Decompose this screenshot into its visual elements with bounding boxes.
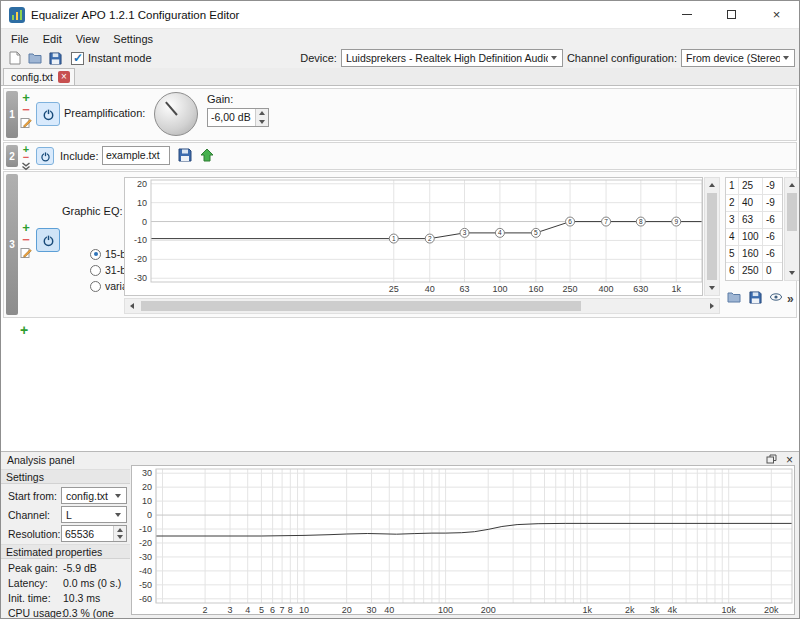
svg-text:7: 7 [604, 218, 608, 225]
property-row: Latency: 0.0 ms (0 s.) [1, 576, 130, 591]
checkbox-icon[interactable] [71, 52, 84, 65]
band-gain[interactable]: -6 [763, 229, 781, 245]
preamp-gain-knob[interactable] [154, 92, 198, 136]
radio-icon[interactable] [90, 281, 101, 292]
comment-edit-button[interactable] [20, 247, 32, 259]
tab-close-icon[interactable]: × [58, 71, 70, 83]
filter-handle[interactable]: 3 [6, 174, 18, 315]
menu-item[interactable]: Edit [36, 31, 69, 47]
radio-icon[interactable] [90, 265, 101, 276]
comment-edit-button[interactable] [20, 117, 32, 129]
svg-text:10: 10 [299, 605, 309, 615]
save-file-button[interactable] [45, 49, 65, 67]
device-combobox[interactable]: Luidsprekers - Realtek High Definition A… [341, 49, 563, 67]
eq-table-scrollbar[interactable] [784, 177, 800, 281]
minimize-icon [682, 14, 692, 15]
eq-band-row[interactable]: 2 40 -9 [726, 195, 782, 212]
start-from-combobox[interactable]: config.txt [61, 487, 127, 504]
gain-spinbox[interactable]: -6,00 dB [207, 108, 269, 127]
svg-text:40: 40 [425, 284, 435, 294]
maximize-button[interactable] [709, 1, 754, 28]
scrollbar-thumb[interactable] [141, 301, 581, 311]
estimated-properties-header: Estimated properties [1, 544, 130, 559]
scroll-up-button[interactable] [785, 178, 799, 192]
band-gain[interactable]: -9 [763, 195, 781, 211]
channel-combobox[interactable]: L [61, 506, 127, 523]
band-frequency[interactable]: 100 [739, 229, 763, 245]
open-folder-icon [727, 291, 741, 303]
band-gain[interactable]: -6 [763, 246, 781, 262]
channel-row: Channel: L [1, 506, 130, 523]
minimize-button[interactable] [664, 1, 709, 28]
close-button[interactable]: × [754, 1, 799, 28]
menu-item[interactable]: View [69, 31, 107, 47]
eq-chart-hscrollbar[interactable] [124, 298, 720, 314]
band-frequency[interactable]: 160 [739, 246, 763, 262]
tab-config-txt[interactable]: config.txt × [3, 68, 75, 85]
browse-file-button[interactable] [175, 145, 195, 165]
svg-text:9: 9 [674, 218, 678, 225]
scrollbar-thumb[interactable] [707, 193, 717, 280]
new-file-button[interactable] [5, 49, 25, 67]
preview-bands-button[interactable] [767, 288, 785, 306]
band-frequency[interactable]: 63 [739, 212, 763, 228]
spin-down-button[interactable] [256, 118, 268, 127]
instant-mode-checkbox[interactable]: Instant mode [71, 52, 152, 65]
toolbar-overflow-button[interactable]: » [787, 292, 794, 306]
scroll-down-button[interactable] [705, 281, 719, 295]
menu-item[interactable]: Settings [106, 31, 160, 47]
band-frequency[interactable]: 40 [739, 195, 763, 211]
band-gain[interactable]: 0 [763, 263, 781, 280]
scroll-up-button[interactable] [705, 178, 719, 192]
save-floppy-icon [178, 148, 192, 162]
remove-filter-button[interactable]: − [20, 104, 32, 116]
import-bands-button[interactable] [725, 288, 743, 306]
open-included-file-button[interactable] [197, 145, 217, 165]
scroll-left-button[interactable] [125, 299, 139, 313]
power-toggle-button[interactable] [36, 102, 60, 126]
scroll-right-button[interactable] [705, 299, 719, 313]
remove-filter-button[interactable]: − [20, 234, 32, 246]
svg-text:20k: 20k [764, 605, 779, 615]
svg-text:250: 250 [563, 284, 578, 294]
eq-chart-vscrollbar[interactable] [704, 177, 720, 296]
spin-down-button[interactable] [114, 534, 126, 542]
spin-up-button[interactable] [256, 109, 268, 118]
radio-icon[interactable] [90, 249, 101, 260]
band-gain[interactable]: -9 [763, 178, 781, 194]
power-toggle-button[interactable] [36, 228, 60, 252]
channel-config-combobox[interactable]: From device (Stereo) [681, 49, 795, 67]
svg-text:400: 400 [599, 284, 614, 294]
eq-band-row[interactable]: 5 160 -6 [726, 246, 782, 263]
gain-value[interactable]: -6,00 dB [208, 109, 255, 126]
eq-band-table[interactable]: 1 25 -9 2 40 -9 3 63 -6 [725, 177, 783, 281]
include-filename-input[interactable]: example.txt [102, 146, 170, 165]
open-file-button[interactable] [25, 49, 45, 67]
band-frequency[interactable]: 25 [739, 178, 763, 194]
resolution-spinbox[interactable]: 65536 [61, 525, 127, 542]
edit-note-icon [20, 247, 32, 259]
band-gain[interactable]: -6 [763, 212, 781, 228]
eq-band-row[interactable]: 3 63 -6 [726, 212, 782, 229]
resolution-value[interactable]: 65536 [62, 526, 113, 541]
graphic-eq-chart[interactable]: 20100-10-20-302540631001602504006301k123… [124, 177, 703, 296]
close-panel-button[interactable]: × [786, 455, 793, 465]
eq-band-row[interactable]: 1 25 -9 [726, 178, 782, 195]
scrollbar-thumb[interactable] [787, 193, 797, 231]
filter-handle[interactable]: 2 [6, 145, 18, 167]
menu-item[interactable]: File [4, 31, 36, 47]
triangle-down-icon [259, 120, 265, 124]
save-floppy-icon [749, 291, 762, 304]
eq-band-row[interactable]: 6 250 0 [726, 263, 782, 280]
eq-band-row[interactable]: 4 100 -6 [726, 229, 782, 246]
band-frequency[interactable]: 250 [739, 263, 763, 280]
chevron-down-icon [115, 494, 121, 498]
edit-note-icon [20, 117, 32, 129]
svg-text:30: 30 [367, 605, 377, 615]
spin-up-button[interactable] [114, 526, 126, 534]
export-bands-button[interactable] [746, 288, 764, 306]
add-filter-button[interactable]: + [18, 324, 30, 336]
filter-handle[interactable]: 1 [6, 91, 18, 138]
power-toggle-button[interactable] [36, 147, 54, 165]
scroll-down-button[interactable] [785, 266, 799, 280]
